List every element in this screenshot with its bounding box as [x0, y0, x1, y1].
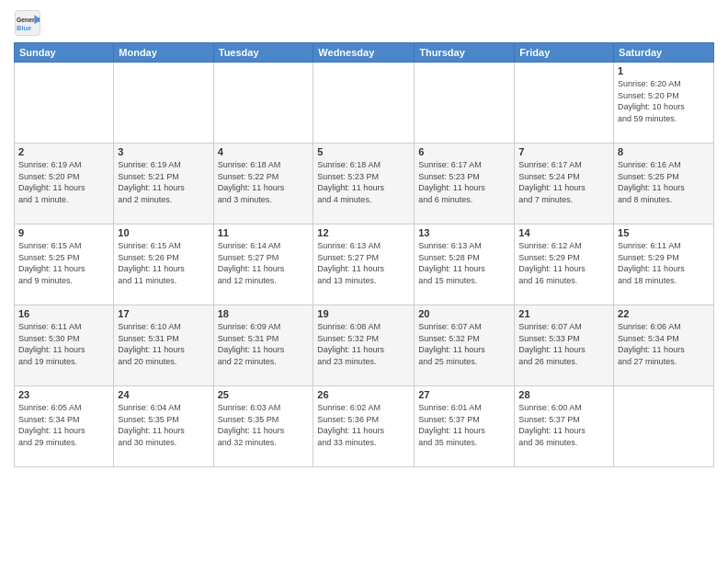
day-info: Sunrise: 6:02 AM Sunset: 5:36 PM Dayligh…: [317, 402, 410, 448]
day-header-friday: Friday: [515, 43, 614, 63]
day-info: Sunrise: 6:10 AM Sunset: 5:31 PM Dayligh…: [118, 321, 209, 367]
calendar-cell: 10Sunrise: 6:15 AM Sunset: 5:26 PM Dayli…: [114, 224, 213, 305]
day-info: Sunrise: 6:07 AM Sunset: 5:33 PM Dayligh…: [518, 321, 609, 367]
svg-text:Blue: Blue: [17, 24, 31, 32]
calendar-cell: 7Sunrise: 6:17 AM Sunset: 5:24 PM Daylig…: [515, 144, 614, 224]
calendar-cell: [614, 386, 714, 467]
day-number: 9: [18, 227, 109, 238]
day-number: 26: [317, 389, 410, 400]
day-info: Sunrise: 6:07 AM Sunset: 5:32 PM Dayligh…: [418, 321, 510, 367]
day-info: Sunrise: 6:15 AM Sunset: 5:26 PM Dayligh…: [118, 240, 209, 286]
day-header-wednesday: Wednesday: [313, 43, 415, 63]
day-header-monday: Monday: [114, 43, 213, 63]
calendar-cell: 5Sunrise: 6:18 AM Sunset: 5:23 PM Daylig…: [313, 144, 415, 224]
calendar-cell: 9Sunrise: 6:15 AM Sunset: 5:25 PM Daylig…: [15, 224, 114, 305]
day-number: 11: [218, 227, 310, 238]
calendar-cell: 6Sunrise: 6:17 AM Sunset: 5:23 PM Daylig…: [415, 144, 515, 224]
day-header-sunday: Sunday: [15, 43, 114, 63]
day-info: Sunrise: 6:13 AM Sunset: 5:27 PM Dayligh…: [317, 240, 410, 286]
day-number: 24: [118, 389, 209, 400]
day-number: 12: [317, 227, 410, 238]
day-info: Sunrise: 6:06 AM Sunset: 5:34 PM Dayligh…: [618, 321, 710, 367]
calendar-header-row: SundayMondayTuesdayWednesdayThursdayFrid…: [15, 43, 714, 63]
day-info: Sunrise: 6:09 AM Sunset: 5:31 PM Dayligh…: [218, 321, 310, 367]
day-info: Sunrise: 6:20 AM Sunset: 5:20 PM Dayligh…: [618, 78, 710, 124]
calendar-cell: 20Sunrise: 6:07 AM Sunset: 5:32 PM Dayli…: [415, 305, 515, 386]
day-info: Sunrise: 6:03 AM Sunset: 5:35 PM Dayligh…: [218, 402, 310, 448]
calendar-cell: 21Sunrise: 6:07 AM Sunset: 5:33 PM Dayli…: [515, 305, 614, 386]
calendar-cell: [114, 63, 213, 144]
day-info: Sunrise: 6:17 AM Sunset: 5:24 PM Dayligh…: [518, 159, 609, 205]
day-info: Sunrise: 6:00 AM Sunset: 5:37 PM Dayligh…: [518, 402, 609, 448]
calendar-week-5: 23Sunrise: 6:05 AM Sunset: 5:34 PM Dayli…: [15, 386, 714, 467]
calendar-week-2: 2Sunrise: 6:19 AM Sunset: 5:20 PM Daylig…: [15, 144, 714, 224]
calendar-cell: 18Sunrise: 6:09 AM Sunset: 5:31 PM Dayli…: [213, 305, 313, 386]
calendar-cell: 13Sunrise: 6:13 AM Sunset: 5:28 PM Dayli…: [415, 224, 515, 305]
calendar-cell: 16Sunrise: 6:11 AM Sunset: 5:30 PM Dayli…: [15, 305, 114, 386]
calendar-cell: 26Sunrise: 6:02 AM Sunset: 5:36 PM Dayli…: [313, 386, 415, 467]
day-info: Sunrise: 6:18 AM Sunset: 5:22 PM Dayligh…: [218, 159, 310, 205]
calendar-cell: 28Sunrise: 6:00 AM Sunset: 5:37 PM Dayli…: [515, 386, 614, 467]
calendar-cell: 4Sunrise: 6:18 AM Sunset: 5:22 PM Daylig…: [213, 144, 313, 224]
day-info: Sunrise: 6:05 AM Sunset: 5:34 PM Dayligh…: [18, 402, 109, 448]
day-number: 7: [518, 146, 609, 157]
calendar-cell: [415, 63, 515, 144]
logo: General Blue: [14, 9, 41, 37]
day-info: Sunrise: 6:17 AM Sunset: 5:23 PM Dayligh…: [418, 159, 510, 205]
day-info: Sunrise: 6:13 AM Sunset: 5:28 PM Dayligh…: [418, 240, 510, 286]
day-info: Sunrise: 6:15 AM Sunset: 5:25 PM Dayligh…: [18, 240, 109, 286]
day-number: 14: [518, 227, 609, 238]
day-info: Sunrise: 6:18 AM Sunset: 5:23 PM Dayligh…: [317, 159, 410, 205]
day-number: 10: [118, 227, 209, 238]
calendar-week-3: 9Sunrise: 6:15 AM Sunset: 5:25 PM Daylig…: [15, 224, 714, 305]
day-header-thursday: Thursday: [415, 43, 515, 63]
calendar-cell: [213, 63, 313, 144]
day-number: 17: [118, 308, 209, 319]
calendar-cell: 14Sunrise: 6:12 AM Sunset: 5:29 PM Dayli…: [515, 224, 614, 305]
header: General Blue: [14, 9, 714, 37]
day-number: 28: [518, 389, 609, 400]
day-number: 18: [218, 308, 310, 319]
day-number: 20: [418, 308, 510, 319]
calendar-cell: 8Sunrise: 6:16 AM Sunset: 5:25 PM Daylig…: [614, 144, 714, 224]
calendar-cell: 17Sunrise: 6:10 AM Sunset: 5:31 PM Dayli…: [114, 305, 213, 386]
day-number: 21: [518, 308, 609, 319]
day-header-saturday: Saturday: [614, 43, 714, 63]
day-number: 19: [317, 308, 410, 319]
day-info: Sunrise: 6:19 AM Sunset: 5:21 PM Dayligh…: [118, 159, 209, 205]
day-number: 3: [118, 146, 209, 157]
day-number: 16: [18, 308, 109, 319]
day-info: Sunrise: 6:16 AM Sunset: 5:25 PM Dayligh…: [618, 159, 710, 205]
day-info: Sunrise: 6:19 AM Sunset: 5:20 PM Dayligh…: [18, 159, 109, 205]
calendar-cell: 3Sunrise: 6:19 AM Sunset: 5:21 PM Daylig…: [114, 144, 213, 224]
calendar-cell: 15Sunrise: 6:11 AM Sunset: 5:29 PM Dayli…: [614, 224, 714, 305]
day-info: Sunrise: 6:01 AM Sunset: 5:37 PM Dayligh…: [418, 402, 510, 448]
logo-icon: General Blue: [14, 9, 41, 37]
calendar-week-4: 16Sunrise: 6:11 AM Sunset: 5:30 PM Dayli…: [15, 305, 714, 386]
day-number: 23: [18, 389, 109, 400]
day-number: 13: [418, 227, 510, 238]
day-number: 6: [418, 146, 510, 157]
calendar-cell: 25Sunrise: 6:03 AM Sunset: 5:35 PM Dayli…: [213, 386, 313, 467]
day-info: Sunrise: 6:14 AM Sunset: 5:27 PM Dayligh…: [218, 240, 310, 286]
calendar-week-1: 1Sunrise: 6:20 AM Sunset: 5:20 PM Daylig…: [15, 63, 714, 144]
day-number: 5: [317, 146, 410, 157]
calendar-cell: 1Sunrise: 6:20 AM Sunset: 5:20 PM Daylig…: [614, 63, 714, 144]
day-number: 15: [618, 227, 710, 238]
day-header-tuesday: Tuesday: [213, 43, 313, 63]
calendar-cell: 23Sunrise: 6:05 AM Sunset: 5:34 PM Dayli…: [15, 386, 114, 467]
day-info: Sunrise: 6:04 AM Sunset: 5:35 PM Dayligh…: [118, 402, 209, 448]
calendar-cell: 2Sunrise: 6:19 AM Sunset: 5:20 PM Daylig…: [15, 144, 114, 224]
day-number: 2: [18, 146, 109, 157]
day-info: Sunrise: 6:11 AM Sunset: 5:30 PM Dayligh…: [18, 321, 109, 367]
day-info: Sunrise: 6:12 AM Sunset: 5:29 PM Dayligh…: [518, 240, 609, 286]
calendar-cell: 22Sunrise: 6:06 AM Sunset: 5:34 PM Dayli…: [614, 305, 714, 386]
calendar-cell: 27Sunrise: 6:01 AM Sunset: 5:37 PM Dayli…: [415, 386, 515, 467]
calendar-table: SundayMondayTuesdayWednesdayThursdayFrid…: [14, 42, 714, 467]
calendar-cell: [515, 63, 614, 144]
calendar-container: General Blue SundayMondayTuesdayWednesda…: [0, 0, 728, 563]
day-info: Sunrise: 6:08 AM Sunset: 5:32 PM Dayligh…: [317, 321, 410, 367]
calendar-cell: 12Sunrise: 6:13 AM Sunset: 5:27 PM Dayli…: [313, 224, 415, 305]
day-number: 27: [418, 389, 510, 400]
calendar-cell: 19Sunrise: 6:08 AM Sunset: 5:32 PM Dayli…: [313, 305, 415, 386]
